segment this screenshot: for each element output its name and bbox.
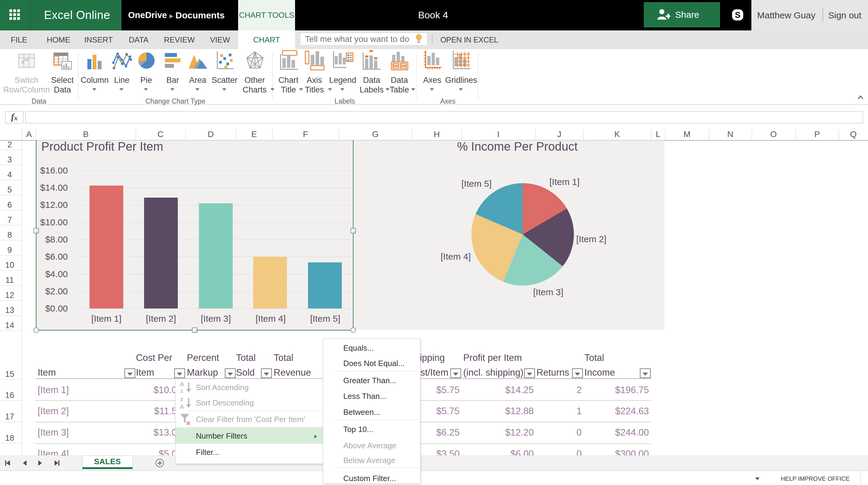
svg-text:A: A [180,403,184,410]
svg-text:A: A [180,381,184,387]
svg-text:z: z [180,396,183,402]
svg-text:z: z [180,388,183,394]
